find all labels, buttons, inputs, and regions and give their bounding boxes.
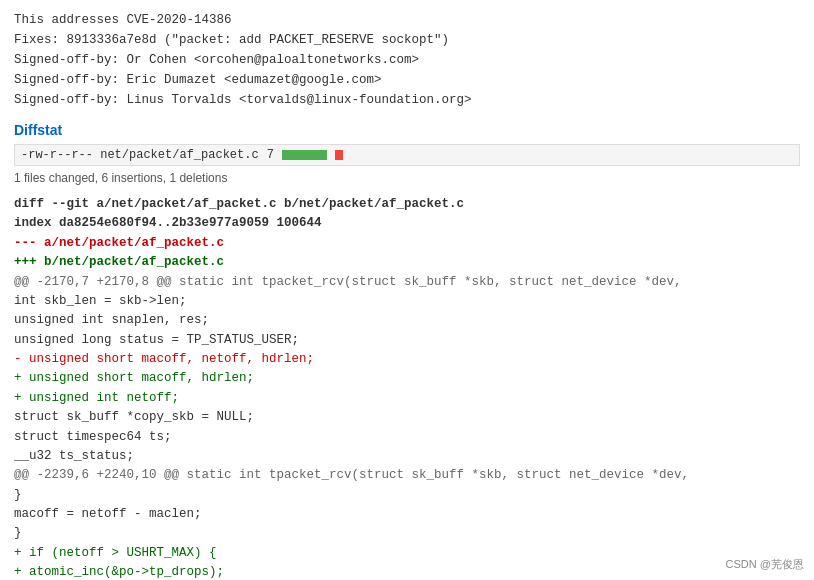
diff-file-a: --- a/net/packet/af_packet.c — [14, 234, 800, 253]
meta-section: This addresses CVE-2020-14386 Fixes: 891… — [14, 10, 800, 110]
diff-file-b: +++ b/net/packet/af_packet.c — [14, 253, 800, 272]
diff-ctx9: } — [14, 524, 800, 543]
diff-index: index da8254e680f94..2b33e977a9059 10064… — [14, 214, 800, 233]
signoff1: Signed-off-by: Or Cohen <orcohen@paloalt… — [14, 50, 800, 70]
diff-ctx1: int skb_len = skb->len; — [14, 292, 800, 311]
diff-added4: + atomic_inc(&po->tp_drops); — [14, 563, 800, 580]
fixes-line: Fixes: 8913336a7e8d ("packet: add PACKET… — [14, 30, 800, 50]
diffstat-num: 7 — [267, 148, 274, 162]
diffstat-title: Diffstat — [14, 122, 800, 138]
diff-header1: diff --git a/net/packet/af_packet.c b/ne… — [14, 195, 800, 214]
cve-line: This addresses CVE-2020-14386 — [14, 10, 800, 30]
diff-ctx6: __u32 ts_status; — [14, 447, 800, 466]
diff-section: diff --git a/net/packet/af_packet.c b/ne… — [14, 195, 800, 580]
bar-red — [335, 150, 343, 160]
diff-hunk1: @@ -2170,7 +2170,8 @@ static int tpacket… — [14, 273, 800, 292]
diffstat-summary: 1 files changed, 6 insertions, 1 deletio… — [14, 171, 800, 185]
diff-ctx2: unsigned int snaplen, res; — [14, 311, 800, 330]
bar-green — [282, 150, 327, 160]
signoff3: Signed-off-by: Linus Torvalds <torvalds@… — [14, 90, 800, 110]
diffstat-bar-row: -rw-r--r-- net/packet/af_packet.c 7 — [14, 144, 800, 166]
diff-hunk2: @@ -2239,6 +2240,10 @@ static int tpacke… — [14, 466, 800, 485]
diff-ctx3: unsigned long status = TP_STATUS_USER; — [14, 331, 800, 350]
watermark: CSDN @芜俊恩 — [726, 557, 804, 572]
diff-removed1: - unsigned short macoff, netoff, hdrlen; — [14, 350, 800, 369]
main-container: This addresses CVE-2020-14386 Fixes: 891… — [0, 0, 814, 580]
diff-ctx7: } — [14, 486, 800, 505]
diff-added3: + if (netoff > USHRT_MAX) { — [14, 544, 800, 563]
diff-ctx4: struct sk_buff *copy_skb = NULL; — [14, 408, 800, 427]
diff-added2: + unsigned int netoff; — [14, 389, 800, 408]
diff-ctx5: struct timespec64 ts; — [14, 428, 800, 447]
diff-added1: + unsigned short macoff, hdrlen; — [14, 369, 800, 388]
diffstat-section: Diffstat -rw-r--r-- net/packet/af_packet… — [14, 122, 800, 185]
diff-ctx8: macoff = netoff - maclen; — [14, 505, 800, 524]
signoff2: Signed-off-by: Eric Dumazet <edumazet@go… — [14, 70, 800, 90]
diffstat-filename: -rw-r--r-- net/packet/af_packet.c — [21, 148, 259, 162]
